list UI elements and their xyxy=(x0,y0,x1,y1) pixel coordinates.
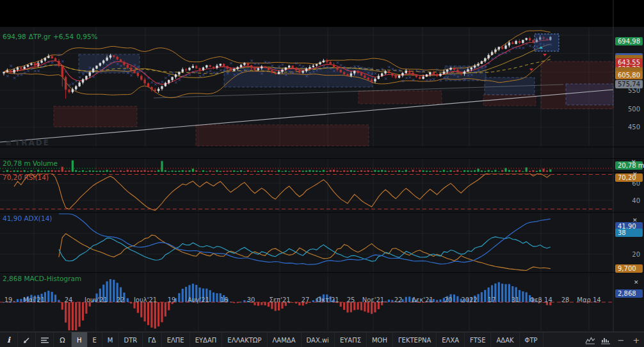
ma-value-badge: 605,80 xyxy=(615,71,643,79)
volume-histogram-icon[interactable] xyxy=(598,332,613,347)
volume-value-badge: 20,78 m xyxy=(615,161,643,170)
rsi-value-badge: 70,20 xyxy=(615,174,643,182)
tab-DTR[interactable]: DTR xyxy=(119,332,143,347)
area-chart-icon[interactable] xyxy=(583,332,598,347)
svg-text:×: × xyxy=(435,67,439,72)
di-plus-value-badge: 38 xyxy=(615,229,643,237)
zoom-out-icon[interactable]: − xyxy=(613,332,629,347)
watermark-logo-icon: ≡ xyxy=(5,138,13,147)
tab-ΕΥΑΠΣ[interactable]: ΕΥΑΠΣ xyxy=(335,332,367,347)
tab-ΕΛΠΕ[interactable]: ΕΛΠΕ xyxy=(162,332,190,347)
tab-E[interactable]: E xyxy=(88,332,102,347)
time-axis-tick: Ιουλ'21 xyxy=(134,296,157,303)
time-axis-tick: 22 xyxy=(117,296,125,303)
tab-ΓΔ[interactable]: ΓΔ xyxy=(143,332,161,347)
tab-ΛΑΜΔΑ[interactable]: ΛΑΜΔΑ xyxy=(268,332,302,347)
volume-close-button[interactable]: ✕ xyxy=(631,159,636,165)
platform-watermark: ≡TRADE xyxy=(5,138,50,147)
time-axis-tick: 31 xyxy=(511,296,520,303)
time-axis-tick: Οκτ'21 xyxy=(316,296,339,303)
svg-text:×: × xyxy=(260,71,264,76)
svg-text:×: × xyxy=(456,74,460,79)
svg-text:×: × xyxy=(380,67,384,72)
time-axis-tick: 30 xyxy=(247,296,255,303)
svg-text:×: × xyxy=(54,63,58,68)
tab-ΦΤΡ[interactable]: ΦΤΡ xyxy=(520,332,543,347)
tab-ΜΟΗ[interactable]: ΜΟΗ xyxy=(367,332,393,347)
zoom-in-icon[interactable]: + xyxy=(629,332,644,347)
svg-text:×: × xyxy=(332,69,336,74)
svg-text:×: × xyxy=(398,68,401,73)
svg-text:×: × xyxy=(246,68,250,73)
svg-text:×: × xyxy=(129,73,133,78)
tab-ΑΔΑΚ[interactable]: ΑΔΑΚ xyxy=(491,332,519,347)
axis-tick: 500 xyxy=(613,106,640,113)
svg-text:×: × xyxy=(281,62,285,67)
svg-text:×: × xyxy=(432,77,436,82)
time-axis-tick: 19 xyxy=(168,296,176,303)
time-axis-tick: Δεκ'21 xyxy=(412,296,433,303)
tab-DAX.wi[interactable]: DAX.wi xyxy=(302,332,335,347)
macd-value-badge: 2,868 xyxy=(615,289,643,298)
svg-text:×: × xyxy=(61,59,65,64)
time-axis-tick: 19 xyxy=(4,296,13,303)
level-value-badge: 575,74 xyxy=(615,80,643,88)
svg-text:×: × xyxy=(171,70,175,76)
omega-icon[interactable]: Ω xyxy=(54,332,72,347)
tab-ΓΕΚΤΕΡΝΑ[interactable]: ΓΕΚΤΕΡΝΑ xyxy=(393,332,437,347)
axis-tick: 20 xyxy=(613,251,640,258)
svg-text:×: × xyxy=(412,77,415,83)
svg-text:×: × xyxy=(487,61,491,66)
svg-text:×: × xyxy=(58,52,61,58)
time-axis-tick: 25 xyxy=(347,296,355,303)
axis-tick: 40 xyxy=(613,197,640,204)
svg-text:×: × xyxy=(6,74,10,79)
time-axis-tick: 17 xyxy=(488,296,496,303)
tab-ΕΛΛΑΚΤΩΡ[interactable]: ΕΛΛΑΚΤΩΡ xyxy=(222,332,267,347)
svg-text:×: × xyxy=(229,61,233,66)
time-axis-tick: Μαρ 14 xyxy=(577,296,600,303)
main-chart-canvas[interactable]: ××××××××××××××××××××××××××××××××××××××××… xyxy=(0,0,644,332)
svg-text:×: × xyxy=(9,63,13,69)
time-axis-tick: Ιουν'21 xyxy=(85,296,108,303)
time-axis-tick: 16 xyxy=(220,296,229,303)
svg-text:×: × xyxy=(384,76,388,81)
time-axis-tick: Μαϊ'21 xyxy=(23,296,45,303)
tab-M[interactable]: M xyxy=(102,332,119,347)
time-axis-tick: 20 xyxy=(444,296,453,303)
svg-text:×: × xyxy=(88,65,92,70)
time-axis-tick: 2022 xyxy=(461,296,477,303)
di-minus-value-badge: 9,700 xyxy=(615,264,643,273)
watchlist-icon[interactable] xyxy=(36,332,54,347)
tab-ΕΥΔΑΠ[interactable]: ΕΥΔΑΠ xyxy=(190,332,223,347)
adx-close-button[interactable]: ✕ xyxy=(632,218,638,223)
svg-text:×: × xyxy=(226,71,230,76)
last-price-badge: 694,98 xyxy=(615,37,643,45)
svg-text:×: × xyxy=(291,70,295,76)
axis-tick: 450 xyxy=(613,124,640,131)
macd-close-button[interactable]: ✕ xyxy=(634,280,639,286)
tab-FTSE[interactable]: FTSE xyxy=(465,332,491,347)
svg-text:×: × xyxy=(302,64,305,69)
tab-ΕΛΧΑ[interactable]: ΕΛΧΑ xyxy=(437,332,465,347)
time-axis-tick: Φεβ 14 xyxy=(529,296,552,303)
rsi-close-button[interactable]: ✕ xyxy=(632,172,638,177)
draw-icon[interactable] xyxy=(18,332,36,347)
svg-text:×: × xyxy=(460,65,463,70)
time-axis-tick: 28 xyxy=(561,296,570,303)
svg-text:×: × xyxy=(257,61,261,67)
tab-H[interactable]: H xyxy=(72,332,88,347)
trading-app: ××××××××××××××××××××××××××××××××××××××××… xyxy=(0,0,644,347)
bottom-toolbar: iΩ HEMDTRΓΔΕΛΠΕΕΥΔΑΠΕΛΛΑΚΤΩΡΛΑΜΔΑDAX.wiΕ… xyxy=(0,332,644,347)
info-icon[interactable]: i xyxy=(0,332,18,347)
time-axis[interactable]: 19Μαϊ'2124Ιουν'2122Ιουλ'2119Αυγ'211630Σε… xyxy=(0,147,613,159)
svg-text:×: × xyxy=(64,69,68,74)
time-axis-tick: Αυγ'21 xyxy=(188,296,209,303)
svg-text:×: × xyxy=(422,69,426,74)
time-axis-tick: 22 xyxy=(394,296,403,303)
time-axis-tick: 24 xyxy=(65,296,73,303)
time-axis-tick: Νοε'21 xyxy=(362,296,384,303)
time-axis-tick: 27 xyxy=(302,296,310,303)
time-axis-tick: Σεπ'21 xyxy=(269,296,290,303)
